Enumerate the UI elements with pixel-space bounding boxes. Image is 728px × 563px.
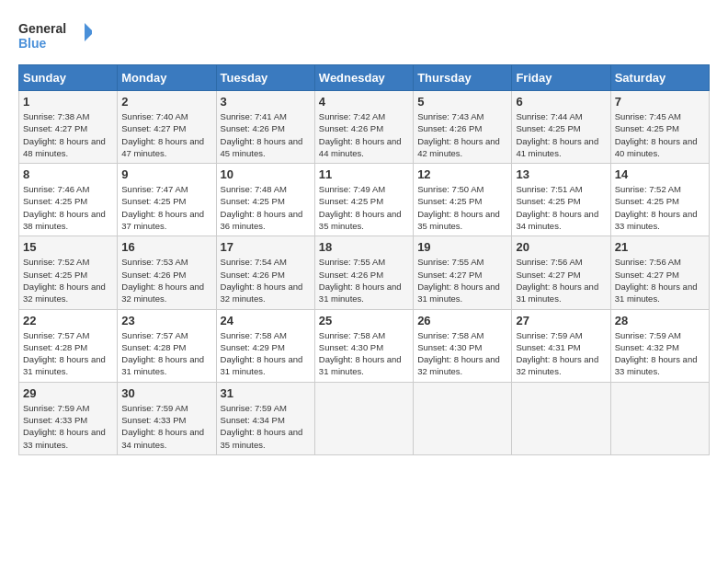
calendar-cell: 24 Sunrise: 7:58 AMSunset: 4:29 PMDaylig…	[216, 309, 314, 382]
day-info: Sunrise: 7:59 AMSunset: 4:32 PMDaylight:…	[615, 329, 705, 378]
calendar-cell	[610, 382, 709, 454]
day-info: Sunrise: 7:58 AMSunset: 4:30 PMDaylight:…	[417, 329, 507, 378]
day-info: Sunrise: 7:56 AMSunset: 4:27 PMDaylight:…	[516, 256, 606, 304]
day-info: Sunrise: 7:52 AMSunset: 4:25 PMDaylight:…	[23, 256, 113, 304]
calendar-cell: 22 Sunrise: 7:57 AMSunset: 4:28 PMDaylig…	[19, 309, 118, 382]
day-number: 22	[23, 314, 113, 327]
calendar-cell: 17 Sunrise: 7:54 AMSunset: 4:26 PMDaylig…	[216, 236, 314, 309]
day-info: Sunrise: 7:55 AMSunset: 4:27 PMDaylight:…	[417, 256, 507, 304]
weekday-header-row: SundayMondayTuesdayWednesdayThursdayFrid…	[19, 65, 710, 91]
calendar-cell: 5 Sunrise: 7:43 AMSunset: 4:26 PMDayligh…	[414, 91, 512, 164]
day-info: Sunrise: 7:57 AMSunset: 4:28 PMDaylight:…	[121, 329, 211, 378]
calendar-table: SundayMondayTuesdayWednesdayThursdayFrid…	[18, 64, 710, 455]
calendar-cell: 29 Sunrise: 7:59 AMSunset: 4:33 PMDaylig…	[19, 382, 118, 454]
calendar-cell: 11 Sunrise: 7:49 AMSunset: 4:25 PMDaylig…	[314, 164, 413, 236]
day-info: Sunrise: 7:59 AMSunset: 4:33 PMDaylight:…	[23, 402, 113, 451]
day-info: Sunrise: 7:52 AMSunset: 4:25 PMDaylight:…	[615, 183, 705, 232]
calendar-cell: 7 Sunrise: 7:45 AMSunset: 4:25 PMDayligh…	[610, 91, 709, 164]
day-number: 21	[615, 240, 705, 254]
day-number: 15	[23, 240, 113, 254]
day-number: 6	[516, 95, 606, 109]
day-number: 29	[23, 386, 113, 400]
day-info: Sunrise: 7:43 AMSunset: 4:26 PMDaylight:…	[417, 110, 507, 159]
day-number: 3	[221, 95, 311, 109]
calendar-cell: 28 Sunrise: 7:59 AMSunset: 4:32 PMDaylig…	[610, 309, 709, 382]
calendar-cell: 12 Sunrise: 7:50 AMSunset: 4:25 PMDaylig…	[414, 164, 512, 236]
day-number: 7	[615, 95, 705, 109]
day-info: Sunrise: 7:53 AMSunset: 4:26 PMDaylight:…	[121, 256, 211, 304]
day-info: Sunrise: 7:50 AMSunset: 4:25 PMDaylight:…	[417, 183, 507, 232]
calendar-cell	[314, 382, 413, 454]
day-number: 19	[417, 240, 507, 254]
day-info: Sunrise: 7:59 AMSunset: 4:31 PMDaylight:…	[516, 329, 606, 378]
day-info: Sunrise: 7:48 AMSunset: 4:25 PMDaylight:…	[221, 183, 311, 232]
svg-marker-2	[85, 23, 92, 41]
day-number: 17	[221, 240, 311, 254]
calendar-cell: 30 Sunrise: 7:59 AMSunset: 4:33 PMDaylig…	[118, 382, 216, 454]
calendar-cell: 1 Sunrise: 7:38 AMSunset: 4:27 PMDayligh…	[19, 91, 118, 164]
day-info: Sunrise: 7:59 AMSunset: 4:33 PMDaylight:…	[121, 402, 211, 451]
day-number: 25	[319, 314, 409, 327]
day-info: Sunrise: 7:58 AMSunset: 4:30 PMDaylight:…	[319, 329, 409, 378]
calendar-cell: 19 Sunrise: 7:55 AMSunset: 4:27 PMDaylig…	[414, 236, 512, 309]
calendar-cell: 18 Sunrise: 7:55 AMSunset: 4:26 PMDaylig…	[314, 236, 413, 309]
calendar-cell: 2 Sunrise: 7:40 AMSunset: 4:27 PMDayligh…	[118, 91, 216, 164]
day-number: 13	[516, 167, 606, 181]
calendar-cell: 8 Sunrise: 7:46 AMSunset: 4:25 PMDayligh…	[19, 164, 118, 236]
day-info: Sunrise: 7:56 AMSunset: 4:27 PMDaylight:…	[615, 256, 705, 304]
calendar-cell	[414, 382, 512, 454]
weekday-monday: Monday	[118, 65, 216, 91]
day-number: 1	[23, 95, 113, 109]
day-info: Sunrise: 7:57 AMSunset: 4:28 PMDaylight:…	[23, 329, 113, 378]
calendar-cell: 25 Sunrise: 7:58 AMSunset: 4:30 PMDaylig…	[314, 309, 413, 382]
day-info: Sunrise: 7:59 AMSunset: 4:34 PMDaylight:…	[221, 402, 311, 451]
day-info: Sunrise: 7:49 AMSunset: 4:25 PMDaylight:…	[319, 183, 409, 232]
day-number: 8	[23, 167, 113, 181]
weekday-friday: Friday	[512, 65, 610, 91]
day-number: 2	[121, 95, 211, 109]
svg-text:Blue: Blue	[18, 36, 47, 51]
day-number: 18	[319, 240, 409, 254]
calendar-cell: 31 Sunrise: 7:59 AMSunset: 4:34 PMDaylig…	[216, 382, 314, 454]
day-number: 20	[516, 240, 606, 254]
weekday-thursday: Thursday	[414, 65, 512, 91]
calendar-cell: 4 Sunrise: 7:42 AMSunset: 4:26 PMDayligh…	[314, 91, 413, 164]
week-row-5: 29 Sunrise: 7:59 AMSunset: 4:33 PMDaylig…	[19, 382, 710, 454]
calendar-cell: 21 Sunrise: 7:56 AMSunset: 4:27 PMDaylig…	[610, 236, 709, 309]
weekday-sunday: Sunday	[19, 65, 118, 91]
calendar-cell: 16 Sunrise: 7:53 AMSunset: 4:26 PMDaylig…	[118, 236, 216, 309]
svg-text:General: General	[18, 21, 66, 36]
calendar-cell: 3 Sunrise: 7:41 AMSunset: 4:26 PMDayligh…	[216, 91, 314, 164]
day-info: Sunrise: 7:44 AMSunset: 4:25 PMDaylight:…	[516, 110, 606, 159]
header: General Blue	[18, 18, 710, 55]
calendar-cell: 15 Sunrise: 7:52 AMSunset: 4:25 PMDaylig…	[19, 236, 118, 309]
calendar-cell: 23 Sunrise: 7:57 AMSunset: 4:28 PMDaylig…	[118, 309, 216, 382]
day-info: Sunrise: 7:54 AMSunset: 4:26 PMDaylight:…	[221, 256, 311, 304]
week-row-1: 1 Sunrise: 7:38 AMSunset: 4:27 PMDayligh…	[19, 91, 710, 164]
week-row-3: 15 Sunrise: 7:52 AMSunset: 4:25 PMDaylig…	[19, 236, 710, 309]
logo-icon: General Blue	[18, 18, 92, 55]
weekday-saturday: Saturday	[610, 65, 709, 91]
day-info: Sunrise: 7:47 AMSunset: 4:25 PMDaylight:…	[121, 183, 211, 232]
calendar-cell: 13 Sunrise: 7:51 AMSunset: 4:25 PMDaylig…	[512, 164, 610, 236]
weekday-tuesday: Tuesday	[216, 65, 314, 91]
day-info: Sunrise: 7:58 AMSunset: 4:29 PMDaylight:…	[221, 329, 311, 378]
calendar-cell: 6 Sunrise: 7:44 AMSunset: 4:25 PMDayligh…	[512, 91, 610, 164]
day-number: 12	[417, 167, 507, 181]
calendar-cell: 10 Sunrise: 7:48 AMSunset: 4:25 PMDaylig…	[216, 164, 314, 236]
day-number: 27	[516, 314, 606, 327]
calendar-cell: 9 Sunrise: 7:47 AMSunset: 4:25 PMDayligh…	[118, 164, 216, 236]
week-row-4: 22 Sunrise: 7:57 AMSunset: 4:28 PMDaylig…	[19, 309, 710, 382]
day-info: Sunrise: 7:55 AMSunset: 4:26 PMDaylight:…	[319, 256, 409, 304]
day-info: Sunrise: 7:38 AMSunset: 4:27 PMDaylight:…	[23, 110, 113, 159]
day-info: Sunrise: 7:51 AMSunset: 4:25 PMDaylight:…	[516, 183, 606, 232]
day-number: 24	[221, 314, 311, 327]
day-number: 23	[121, 314, 211, 327]
day-number: 9	[121, 167, 211, 181]
day-number: 11	[319, 167, 409, 181]
week-row-2: 8 Sunrise: 7:46 AMSunset: 4:25 PMDayligh…	[19, 164, 710, 236]
calendar-cell: 20 Sunrise: 7:56 AMSunset: 4:27 PMDaylig…	[512, 236, 610, 309]
day-info: Sunrise: 7:42 AMSunset: 4:26 PMDaylight:…	[319, 110, 409, 159]
logo: General Blue	[18, 18, 92, 55]
day-number: 30	[121, 386, 211, 400]
